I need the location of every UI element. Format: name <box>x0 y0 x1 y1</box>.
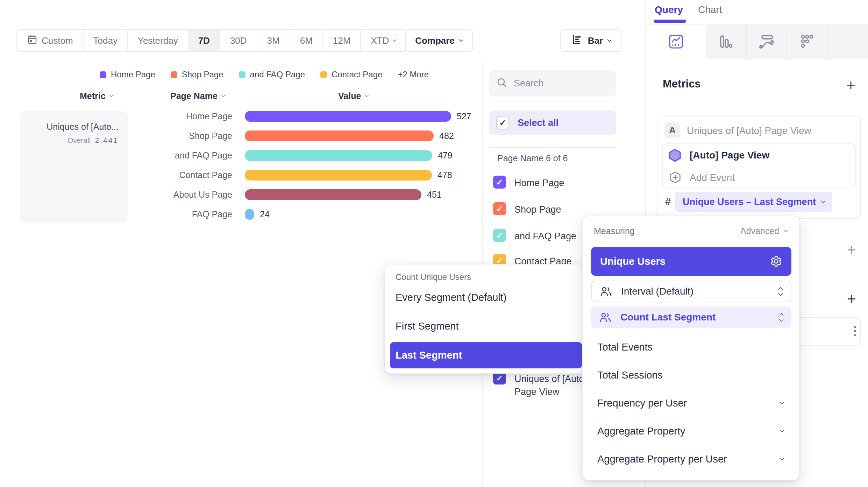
menu-option-last-segment[interactable]: Last Segment <box>390 342 582 368</box>
date-range-30d[interactable]: 30D <box>220 30 257 51</box>
tab-chart[interactable]: Chart <box>698 4 722 15</box>
legend-item[interactable]: Contact Page <box>320 70 382 79</box>
date-range-yesterday[interactable]: Yesterday <box>128 30 188 51</box>
chart-type-strip <box>706 24 868 59</box>
chart-value-label: 482 <box>439 131 454 141</box>
chevron-down-icon[interactable] <box>780 456 784 460</box>
measuring-option-total-sessions[interactable]: Total Sessions <box>597 369 663 381</box>
users-icon <box>599 312 611 323</box>
column-header-page-name[interactable]: Page Name <box>170 91 225 101</box>
date-range-7d[interactable]: 7D <box>188 30 220 51</box>
chevron-down-icon <box>459 37 463 42</box>
date-range-label: Custom <box>42 35 73 46</box>
legend-more[interactable]: +2 More <box>398 70 429 79</box>
legend-swatch <box>100 71 106 78</box>
horizontal-bar-chart-icon <box>571 34 583 48</box>
kebab-menu-icon[interactable]: ⋮ <box>849 321 861 340</box>
chart-bar[interactable] <box>245 189 421 200</box>
segment-item-shop-page[interactable]: ✓ Shop Page <box>493 202 561 216</box>
chart-type-tab-funnels[interactable] <box>706 25 747 59</box>
compare-button[interactable]: Compare <box>405 29 473 52</box>
select-all-checkbox[interactable]: ✓ <box>496 117 509 129</box>
count-unique-users-menu: Count Unique Users Every Segment (Defaul… <box>385 264 587 374</box>
checkbox-checked[interactable]: ✓ <box>493 229 506 242</box>
chart-category-label: Home Page <box>154 111 232 121</box>
chevron-down-icon <box>221 93 226 97</box>
date-range-6m[interactable]: 6M <box>290 30 323 51</box>
metric-name: Uniques of [Auto] Page View <box>687 125 811 136</box>
date-range-xtd[interactable]: XTD <box>361 30 406 51</box>
legend-item[interactable]: and FAQ Page <box>239 70 305 79</box>
stepper-icon[interactable] <box>779 288 782 295</box>
gear-icon[interactable] <box>770 255 782 268</box>
chart-bar[interactable] <box>245 170 432 181</box>
legend-swatch <box>239 71 246 78</box>
bar-chart: Home Page527Shop Page482and FAQ Page479C… <box>154 106 483 224</box>
legend-item[interactable]: Home Page <box>100 70 155 79</box>
column-header-value[interactable]: Value <box>338 91 368 101</box>
menu-option-every-segment[interactable]: Every Segment (Default) <box>396 292 507 303</box>
chart-row: FAQ Page24 <box>154 204 483 224</box>
chart-bar[interactable] <box>245 150 432 161</box>
measuring-row-count-last-segment[interactable]: Count Last Segment <box>591 306 791 328</box>
add-filter-button[interactable]: + <box>847 242 856 257</box>
chart-value-label: 479 <box>438 150 453 161</box>
tab-query[interactable]: Query <box>655 4 683 15</box>
add-breakdown-button[interactable]: + <box>847 291 856 306</box>
chart-row: Home Page527 <box>154 106 483 126</box>
segment-item-home-page[interactable]: ✓ Home Page <box>493 176 564 190</box>
chevron-down-icon[interactable] <box>780 428 784 432</box>
chart-category-label: Contact Page <box>154 170 232 180</box>
chart-bar[interactable] <box>245 111 451 122</box>
chart-bar[interactable] <box>245 209 254 220</box>
measuring-row-interval[interactable]: Interval (Default) <box>591 281 791 302</box>
menu-option-first-segment[interactable]: First Segment <box>396 320 459 332</box>
search-icon <box>496 77 507 90</box>
measuring-option-aggregate-property-per-user[interactable]: Aggregate Property per User <box>597 453 727 465</box>
chevron-down-icon <box>393 37 397 42</box>
date-range-12m[interactable]: 12M <box>323 30 361 51</box>
chevron-down-icon[interactable] <box>780 400 784 404</box>
chart-value-label: 527 <box>457 111 471 121</box>
checkbox-checked[interactable]: ✓ <box>493 202 506 215</box>
checkbox-checked[interactable]: ✓ <box>493 176 506 189</box>
legend-swatch <box>320 71 327 78</box>
advanced-toggle[interactable]: Advanced <box>740 226 787 236</box>
chart-value-label: 451 <box>427 190 442 200</box>
measuring-option-total-events[interactable]: Total Events <box>597 341 653 353</box>
date-range-custom[interactable]: Custom <box>17 30 84 51</box>
add-metric-button[interactable]: + <box>846 78 855 93</box>
column-header-metric[interactable]: Metric <box>80 91 113 101</box>
segment-item-and-faq-page[interactable]: ✓ and FAQ Page <box>493 229 576 243</box>
chart-bar[interactable] <box>245 130 434 141</box>
select-all-row[interactable]: ✓ Select all <box>489 111 616 135</box>
funnels-icon <box>718 34 733 51</box>
measure-pill[interactable]: Unique Users – Last Segment <box>675 192 832 212</box>
active-tab-underline <box>654 20 686 23</box>
chevron-down-icon <box>783 228 788 232</box>
chart-category-label: and FAQ Page <box>154 150 232 161</box>
chart-type-tab-retention[interactable] <box>787 25 828 59</box>
stepper-icon[interactable] <box>780 313 783 321</box>
measuring-option-aggregate-property[interactable]: Aggregate Property <box>597 425 685 437</box>
metric-badge: A <box>664 122 680 138</box>
measuring-option-frequency-per-user[interactable]: Frequency per User <box>597 397 687 409</box>
event-name[interactable]: [Auto] Page View <box>690 150 769 161</box>
date-range-today[interactable]: Today <box>84 30 128 51</box>
chevron-down-icon <box>109 93 114 97</box>
chart-value-label: 24 <box>260 209 270 219</box>
metric-summary-card[interactable]: Uniques of [Auto... Overall2,441 <box>20 111 128 223</box>
chart-style-button[interactable]: Bar <box>560 29 622 52</box>
measuring-option-unique-users[interactable]: Unique Users <box>591 247 791 276</box>
search-input[interactable] <box>514 78 598 89</box>
chart-value-label: 478 <box>437 170 452 180</box>
measuring-menu: Measuring Advanced Unique Users <box>582 216 799 480</box>
chevron-down-icon <box>821 199 825 203</box>
chart-category-label: FAQ Page <box>154 209 232 219</box>
legend-item[interactable]: Shop Page <box>171 70 223 79</box>
app-root: Custom Today Yesterday 7D 30D 3M 6M 12M … <box>0 0 868 487</box>
add-event-label[interactable]: Add Event <box>690 172 735 183</box>
date-range-3m[interactable]: 3M <box>257 30 290 51</box>
chart-type-tab-flows[interactable] <box>747 25 788 59</box>
chart-type-tab-insights[interactable] <box>646 24 706 59</box>
